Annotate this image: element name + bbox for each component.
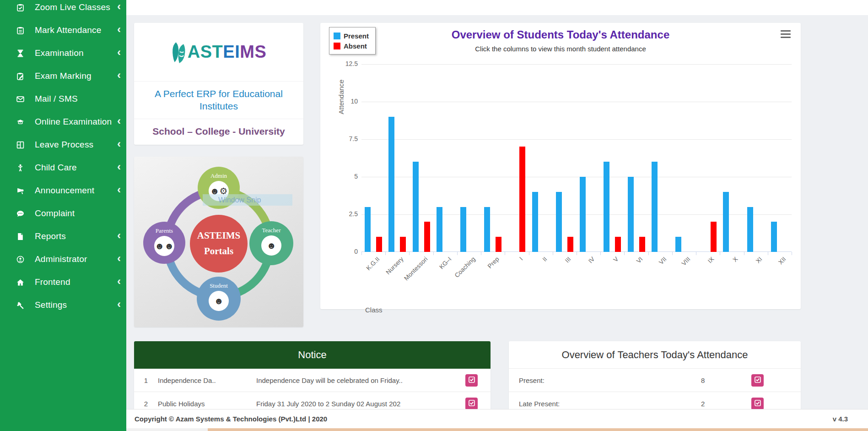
notice-view-button[interactable]	[465, 398, 478, 410]
layout-grid-icon	[16, 141, 30, 149]
chart-plot-area: Attendance 02.557.51012.5K.G.IINurseryMo…	[361, 64, 792, 252]
version-text: v 4.3	[833, 415, 848, 423]
bar-present-XII[interactable]	[771, 222, 777, 252]
x-tick-mark	[696, 252, 696, 255]
x-tick-label: IV	[587, 256, 596, 265]
sidebar-item-child-care[interactable]: Child Care‹	[0, 156, 126, 179]
notice-row-number: 1	[134, 376, 158, 384]
legend-item-present[interactable]: Present	[334, 31, 369, 41]
bar-absent-K.G.II[interactable]	[376, 237, 382, 252]
bar-present-Nursery[interactable]	[388, 117, 394, 252]
sidebar-item-online-examination[interactable]: Online Examination‹	[0, 110, 126, 133]
sidebar-item-settings[interactable]: Settings‹	[0, 294, 126, 316]
portal-node-label: Parents	[143, 227, 185, 235]
notice-header: Notice	[134, 341, 491, 369]
sidebar-item-examination[interactable]: Examination‹	[0, 42, 126, 65]
bar-present-X[interactable]	[723, 192, 729, 252]
notice-row-description: Independence Day will be celebrated on F…	[256, 376, 465, 384]
bar-absent-III[interactable]	[567, 237, 573, 252]
sidebar-item-complaint[interactable]: Complaint	[0, 202, 126, 225]
notice-row-title: Independence Da..	[158, 376, 256, 384]
bar-present-XI[interactable]	[747, 207, 753, 252]
bar-present-Prep[interactable]	[484, 207, 490, 252]
x-tick-label: III	[564, 256, 572, 264]
bar-absent-Nursery[interactable]	[400, 237, 406, 252]
file-icon	[16, 232, 30, 240]
sidebar-item-label: Administrator	[35, 254, 87, 264]
parents-avatar-icon: ☻☻	[154, 236, 174, 256]
bar-present-III[interactable]	[556, 192, 562, 252]
chart-menu-icon[interactable]	[781, 30, 791, 38]
bar-present-VII[interactable]	[652, 162, 658, 252]
bar-absent-VI[interactable]	[639, 237, 645, 252]
teacher-row-value: 2	[701, 400, 751, 408]
logo-row: ASTEIMS	[134, 23, 303, 82]
x-tick-label: X	[732, 256, 739, 263]
bar-present-K.G.II[interactable]	[365, 207, 371, 252]
sidebar-item-exam-marking[interactable]: Exam Marking‹	[0, 65, 126, 87]
teachers-header: Overview of Teachers Today's Attendance	[509, 341, 801, 369]
portals-center-line2: Portals	[204, 244, 233, 259]
notice-rows: 1Independence Da..Independence Day will …	[134, 369, 491, 415]
sidebar-item-label: Frontend	[35, 277, 70, 287]
tagline: A Perfect ERP for Educational Institutes	[134, 82, 303, 119]
chevron-left-icon: ‹	[117, 299, 121, 310]
y-tick-label: 5	[335, 173, 358, 180]
x-tick-mark	[457, 252, 458, 255]
sidebar-item-label: Announcement	[35, 185, 94, 196]
x-tick-label: Nursery	[385, 256, 405, 276]
x-tick-mark	[577, 252, 577, 255]
chevron-left-icon: ‹	[117, 1, 121, 12]
bar-present-KG–I[interactable]	[437, 207, 442, 252]
horizontal-scrollbar[interactable]	[126, 428, 868, 431]
bar-present-II[interactable]	[532, 192, 538, 252]
sidebar-item-frontend[interactable]: Frontend‹	[0, 271, 126, 294]
legend-swatch	[334, 43, 340, 49]
legend-item-absent[interactable]: Absent	[334, 41, 369, 51]
x-tick-mark	[361, 252, 362, 255]
teacher-view-button[interactable]	[751, 374, 764, 387]
y-tick-label: 12.5	[335, 60, 358, 67]
bar-absent-IX[interactable]	[711, 222, 717, 252]
notice-card: Notice 1Independence Da..Independence Da…	[134, 341, 491, 415]
sidebar-item-administrator[interactable]: Administrator‹	[0, 248, 126, 271]
sidebar-item-zoom-live-classes[interactable]: Zoom Live Classes‹	[0, 0, 126, 19]
bar-present-VIII[interactable]	[675, 237, 681, 252]
portal-node-parents: Parents☻☻	[143, 222, 185, 264]
chevron-left-icon: ‹	[117, 138, 121, 149]
sidebar-item-reports[interactable]: Reports‹	[0, 225, 126, 248]
x-tick-label: K.G.II	[365, 256, 381, 272]
bar-present-Montessori[interactable]	[413, 162, 419, 252]
notice-row-title: Public Holidays	[158, 400, 256, 408]
top-band	[126, 0, 868, 15]
sidebar-item-mail-sms[interactable]: Mail / SMS	[0, 87, 126, 110]
child-icon	[16, 164, 30, 172]
x-tick-label: II	[541, 256, 548, 263]
bar-present-VI[interactable]	[628, 177, 634, 252]
x-tick-mark	[744, 252, 744, 255]
sidebar-item-mark-attendance[interactable]: Mark Attendance‹	[0, 19, 126, 42]
notice-view-button[interactable]	[465, 374, 478, 387]
dashboard-screen: Zoom Live Classes‹Mark Attendance‹Examin…	[0, 0, 868, 431]
teacher-view-button[interactable]	[751, 398, 764, 410]
bar-absent-I[interactable]	[519, 147, 525, 252]
gridline	[361, 102, 792, 102]
sidebar-item-leave-process[interactable]: Leave Process‹	[0, 133, 126, 156]
chevron-left-icon: ‹	[117, 276, 121, 287]
clipboard-pencil-icon	[16, 72, 30, 80]
copyright-text: Copyright © Azam Systems & Technologies …	[135, 415, 833, 423]
teacher-attendance-row: Present:8	[509, 369, 801, 392]
teacher-avatar-icon: ☻	[261, 235, 281, 256]
bar-absent-Montessori[interactable]	[424, 222, 430, 252]
bar-present-V[interactable]	[604, 162, 609, 252]
sidebar-menu: Zoom Live Classes‹Mark Attendance‹Examin…	[0, 0, 126, 316]
bar-absent-Prep[interactable]	[496, 237, 501, 252]
sidebar-item-label: Mark Attendance	[35, 25, 102, 35]
bar-absent-V[interactable]	[615, 237, 621, 252]
bar-present-IV[interactable]	[580, 177, 586, 252]
sidebar-item-announcement[interactable]: Announcement‹	[0, 179, 126, 202]
y-tick-label: 7.5	[335, 135, 358, 142]
bar-present-Coaching[interactable]	[460, 207, 466, 252]
y-tick-label: 0	[335, 248, 358, 255]
checkbox-icon	[755, 400, 761, 408]
